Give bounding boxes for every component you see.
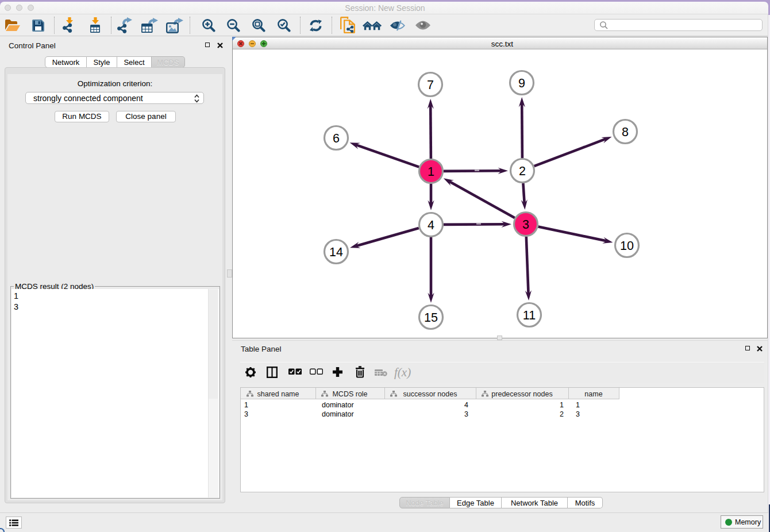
svg-text:14: 14: [329, 245, 343, 259]
svg-text:8: 8: [622, 125, 629, 139]
svg-text:15: 15: [424, 311, 438, 325]
svg-text:10: 10: [620, 239, 634, 253]
svg-text:9: 9: [518, 76, 525, 90]
svg-text:1: 1: [428, 165, 434, 179]
svg-text:6: 6: [333, 132, 340, 145]
svg-text:11: 11: [523, 309, 536, 322]
svg-text:3: 3: [522, 218, 529, 232]
svg-text:4: 4: [428, 218, 434, 232]
svg-text:2: 2: [519, 164, 526, 178]
svg-text:7: 7: [427, 78, 434, 92]
